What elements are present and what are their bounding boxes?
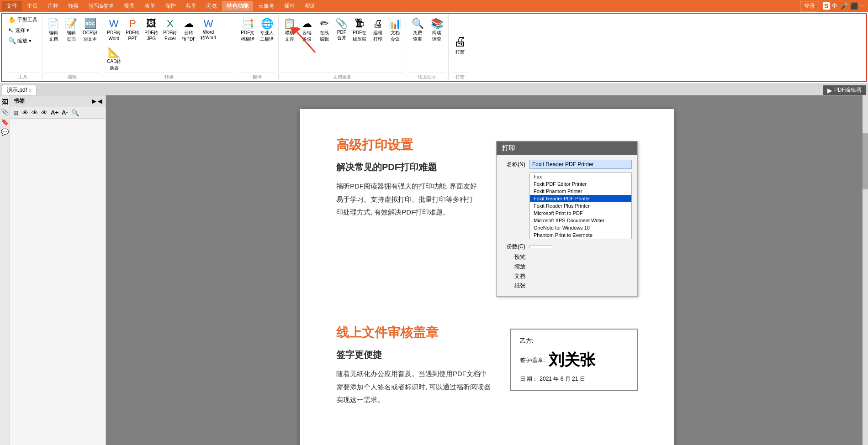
menu-tab-convert[interactable]: 转换 [64, 1, 84, 11]
ribbon-btn-cad[interactable]: 📐 CAD转换器 [105, 45, 123, 73]
sidebar-title: 书签 [14, 97, 25, 105]
sidebar-tool-eye2[interactable]: 👁 [31, 109, 39, 117]
signature-box-container: 乙方: 签字/盖章: 刘关张 日 期： 2021 年 6 月 21 日 [510, 329, 638, 391]
sidebar-collapse-icon[interactable]: ◀ [98, 98, 102, 105]
ribbon-btn-select[interactable]: ↖选择 ▾ [6, 25, 39, 35]
menu-tab-help[interactable]: 帮助 [300, 1, 320, 11]
ribbon-btn-check-dup[interactable]: 🔍 免费查重 [409, 16, 426, 44]
sidebar-tool-add[interactable]: ⊞ [12, 109, 20, 117]
ribbon-btn-hand[interactable]: ✋手型工具 [6, 15, 39, 25]
ribbon-btn-online-edit[interactable]: ✏ 在线编辑 [316, 16, 332, 44]
signature-box: 乙方: 签字/盖章: 刘关张 日 期： 2021 年 6 月 21 日 [510, 329, 638, 391]
scroll-thumb[interactable] [863, 133, 868, 189]
close-tab-button[interactable]: × [29, 88, 32, 93]
ribbon-btn-cloud-pdf[interactable]: ☁ 云转转PDF [180, 16, 197, 44]
sidebar-icon-attachment[interactable]: 📎 [1, 108, 9, 115]
ribbon-btn-pdf-excel[interactable]: X PDF转Excel [161, 16, 179, 42]
sidebar-icon-thumbnail[interactable]: 🖼 [2, 98, 8, 105]
ribbon-btn-edit-doc[interactable]: 📄 编辑文档 [45, 16, 61, 44]
print-name-row: 名称(N): Foxit Reader PDF Printer [502, 160, 632, 169]
ribbon-group-label-print: 打窝 [451, 73, 469, 80]
ribbon-btn-pdf-jpg[interactable]: 🖼 PDF转JPG [143, 16, 160, 42]
scrollbar[interactable] [863, 95, 868, 445]
menu-tab-plugin[interactable]: 插件 [280, 1, 300, 11]
ribbon-group-label-tools: 工具 [6, 73, 39, 80]
ribbon-btn-cloud-backup[interactable]: ☁ 云端备份 [299, 16, 315, 44]
ribbon-group-label-convert: 转换 [105, 73, 233, 80]
ribbon-btn-doc-meeting[interactable]: 📊 文档会议 [387, 16, 403, 44]
print-printer-list[interactable]: Fax Foxit PDF Editor Printer Foxit Phant… [529, 173, 632, 239]
print-copies-label: 份数(C): [502, 243, 529, 251]
sidebar-tool-eye3[interactable]: 👁 [40, 109, 48, 117]
print-preview-label: 预览: [502, 253, 529, 261]
print-name-input[interactable]: Foxit Reader PDF Printer [529, 160, 632, 169]
ribbon-group-edit: 📄 编辑文档 📝 编辑页面 🔤 OCR识别文本 编辑 [42, 15, 102, 80]
ribbon-btn-reading-survey[interactable]: 📚 阅读调查 [428, 16, 445, 44]
ribbon-group-convert: W PDF转Word P PDF转PPT 🖼 PDF转JPG X PDF转Exc… [102, 15, 236, 80]
sidebar-toolbar: ⊞ 👁 👁 👁 A+ A- 🔍 [10, 107, 106, 119]
menu-tab-annotation[interactable]: 注释 [43, 1, 63, 11]
printer-item-foxit-reader-selected[interactable]: Foxit Reader PDF Printer [530, 195, 631, 202]
doc-tab-name: 演示.pdf [7, 86, 27, 94]
print-dialog: 打印 名称(N): Foxit Reader PDF Printer Fax F… [496, 141, 638, 297]
ribbon-btn-word-word[interactable]: W Word转Word [199, 16, 218, 42]
print-preview-row: 预览: [502, 253, 632, 261]
ribbon-btn-remote-print[interactable]: 🖨 远程打印 [370, 16, 386, 44]
print-dialog-title: 打印 [497, 141, 637, 155]
ribbon-btn-zoom[interactable]: 🔍缩放 ▾ [6, 36, 39, 46]
sidebar-icon-comment[interactable]: 💬 [1, 128, 9, 136]
menu-tab-sign[interactable]: 填写&签名 [84, 1, 119, 11]
printer-item-phantom-evernote[interactable]: Phantom Print to Evernote [530, 231, 631, 239]
section2-subtitle: 签字更便捷 [336, 349, 492, 361]
ribbon-content: ✋手型工具 ↖选择 ▾ 🔍缩放 ▾ 工具 📄 编辑文档 [1, 13, 867, 82]
menu-tab-special[interactable]: 特色功能 [222, 1, 253, 11]
sidebar-tool-search[interactable]: 🔍 [70, 109, 80, 117]
doc-tab[interactable]: 演示.pdf × [2, 85, 37, 95]
menu-tab-cloud[interactable]: 云服务 [254, 1, 279, 11]
menu-tab-browse[interactable]: 浏览 [201, 1, 222, 11]
ribbon-group-label-doc-services: 文档服务 [281, 73, 403, 80]
ribbon-btn-edit-page[interactable]: 📝 编辑页面 [63, 16, 79, 44]
ribbon-group-doc-services: 📋 模板文库 ☁ 云端备份 ✏ 在线编辑 📎 PDF合并 [279, 15, 406, 80]
menu-tab-view[interactable]: 视图 [119, 1, 139, 11]
top-right-icons: S 中· 🎤 ⬛ ⋯ [823, 2, 866, 10]
ribbon-btn-ocr[interactable]: 🔤 OCR识别文本 [81, 16, 99, 44]
ribbon-group-label-academic: 论文助手 [409, 73, 445, 80]
menu-tab-protect[interactable]: 保护 [160, 1, 180, 11]
sidebar-icon-bookmark[interactable]: 🔖 [1, 118, 9, 126]
document-page: 高级打印设置 解决常见的PDF打印难题 福昕PDF阅读器拥有强大的打印功能, 界… [300, 109, 674, 445]
sidebar-expand-icon[interactable]: ▶ [92, 98, 96, 105]
printer-item-foxit-plus[interactable]: Foxit Reader Plus Printer [530, 202, 631, 209]
content-area: 高级打印设置 解决常见的PDF打印难题 福昕PDF阅读器拥有强大的打印功能, 界… [106, 95, 868, 445]
ribbon-btn-print[interactable]: 🖨 打窝 [451, 32, 469, 57]
print-doc-label: 文档: [502, 272, 529, 280]
ribbon-btn-template[interactable]: 📋 模板文库 [281, 16, 297, 44]
ribbon-btn-compress[interactable]: 🗜 PDF在线压缩 [351, 16, 368, 44]
menu-tab-file[interactable]: 文件 [2, 1, 22, 11]
sidebar-tool-eye1[interactable]: 👁 [21, 109, 29, 117]
printer-item-ms-xps[interactable]: Microsoft XPS Document Writer [530, 217, 631, 224]
print-copies-input[interactable] [529, 246, 552, 248]
print-doc-row: 文档: [502, 272, 632, 280]
menu-tab-share[interactable]: 共享 [181, 1, 201, 11]
sidebar-tool-font-increase[interactable]: A+ [50, 109, 59, 117]
sidebar-tool-font-decrease[interactable]: A- [61, 109, 69, 117]
menu-tab-home[interactable]: 主页 [22, 1, 42, 11]
section1-body: 福昕PDF阅读器拥有强大的打印功能, 界面友好易于学习。支持虚拟打印、批量打印等… [336, 180, 478, 219]
printer-item-foxit-phantom[interactable]: Foxit Phantom Printer [530, 188, 631, 195]
ribbon-btn-pdf-ppt[interactable]: P PDF转PPT [124, 16, 141, 42]
ribbon-btn-pdf-word[interactable]: W PDF转Word [105, 16, 122, 42]
print-zoom-row: 缩放: [502, 263, 632, 271]
printer-item-fax[interactable]: Fax [530, 173, 631, 180]
printer-item-ms-pdf[interactable]: Microsoft Print to PDF [530, 209, 631, 217]
printer-item-onenote[interactable]: OneNote for Windows 10 [530, 224, 631, 231]
ribbon-btn-pdf-merge[interactable]: 📎 PDF合并 [333, 16, 349, 42]
printer-item-foxit-editor[interactable]: Foxit PDF Editor Printer [530, 180, 631, 188]
ribbon-btn-pdf-translate[interactable]: 📑 PDF文档翻译 [239, 16, 256, 44]
ribbon-btn-pro-translate[interactable]: 🌐 专业人工翻译 [258, 16, 275, 44]
login-button[interactable]: 登录 [800, 1, 819, 11]
section-sign: 线上文件审核盖章 签字更便捷 随着无纸化办公应用普及。当遇到使用PDF文档中需要… [336, 324, 638, 407]
menu-bar: 文件 主页 注释 转换 填写&签名 视图 表单 保护 共享 浏览 特色功能 云服… [0, 0, 868, 12]
menu-tab-form[interactable]: 表单 [140, 1, 160, 11]
section1-title: 高级打印设置 [336, 136, 478, 154]
